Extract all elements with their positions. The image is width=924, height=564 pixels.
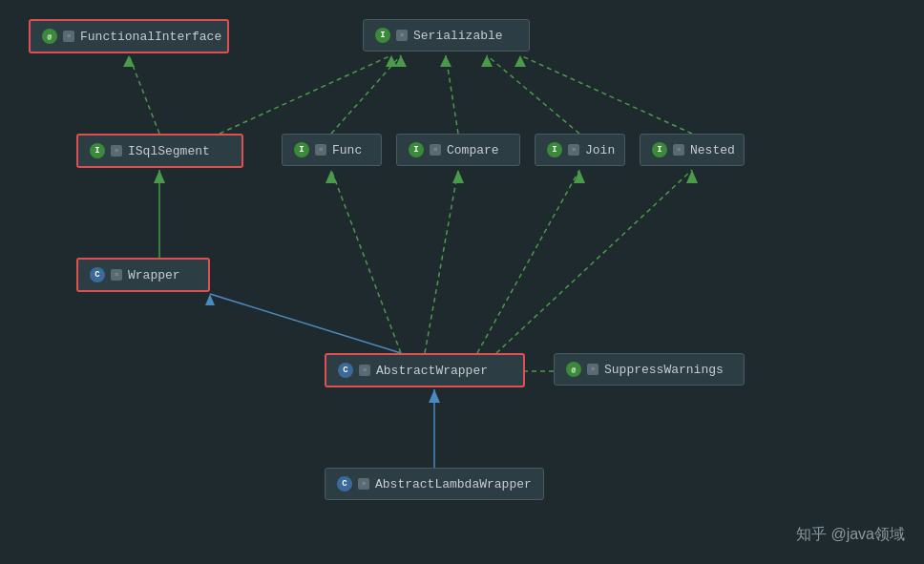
inner-icon: ≡ — [358, 478, 369, 490]
svg-marker-23 — [686, 170, 698, 183]
inner-icon: ≡ — [111, 269, 122, 281]
svg-line-0 — [129, 55, 159, 134]
svg-marker-25 — [429, 389, 440, 403]
watermark: 知乎 @java领域 — [796, 525, 905, 545]
i-icon: I — [547, 142, 562, 157]
svg-marker-3 — [386, 55, 397, 67]
node-compare: I ≡ Compare — [396, 134, 520, 166]
inner-icon: ≡ — [359, 365, 370, 376]
node-suppress-warnings: @ ≡ SuppressWarnings — [554, 353, 745, 386]
join-label: Join — [585, 143, 615, 157]
c-icon: C — [90, 267, 105, 282]
svg-marker-7 — [440, 55, 452, 67]
i-icon: I — [90, 143, 105, 158]
inner-icon: ≡ — [587, 364, 598, 375]
node-isql-segment: I ≡ ISqlSegment — [76, 134, 243, 168]
nested-label: Nested — [690, 143, 735, 157]
svg-line-20 — [477, 170, 579, 353]
wrapper-label: Wrapper — [128, 268, 180, 282]
svg-marker-15 — [205, 294, 215, 305]
abstract-lambda-wrapper-label: AbstractLambdaWrapper — [375, 477, 532, 491]
inner-icon: ≡ — [396, 30, 408, 41]
at-icon: @ — [42, 29, 57, 44]
inner-icon: ≡ — [111, 145, 122, 157]
c-icon: C — [337, 476, 352, 491]
i-icon: I — [652, 142, 667, 157]
node-join: I ≡ Join — [535, 134, 625, 166]
svg-line-18 — [425, 170, 458, 353]
at-icon: @ — [566, 362, 581, 377]
node-serializable: I ≡ Serializable — [363, 19, 530, 52]
node-nested: I ≡ Nested — [640, 134, 745, 166]
svg-marker-5 — [395, 55, 407, 67]
func-label: Func — [332, 143, 362, 157]
inner-icon: ≡ — [430, 144, 441, 156]
functional-interface-label: FunctionalInterface — [80, 30, 221, 44]
inner-icon: ≡ — [315, 144, 326, 156]
node-abstract-wrapper: C ≡ AbstractWrapper — [325, 353, 525, 387]
inner-icon: ≡ — [568, 144, 579, 156]
svg-marker-13 — [154, 170, 165, 183]
node-functional-interface: @ ≡ FunctionalInterface — [29, 19, 229, 53]
svg-line-10 — [520, 55, 692, 134]
svg-line-8 — [487, 55, 579, 134]
serializable-label: Serializable — [413, 29, 503, 43]
i-icon: I — [409, 142, 424, 157]
inner-icon: ≡ — [63, 31, 74, 42]
svg-line-16 — [331, 170, 401, 353]
i-icon: I — [375, 28, 390, 43]
i-icon: I — [294, 142, 309, 157]
svg-marker-1 — [123, 55, 135, 67]
node-func: I ≡ Func — [282, 134, 382, 166]
suppress-warnings-label: SuppressWarnings — [604, 363, 724, 377]
node-abstract-lambda-wrapper: C ≡ AbstractLambdaWrapper — [325, 468, 544, 500]
svg-line-14 — [210, 294, 401, 353]
svg-marker-17 — [326, 170, 337, 183]
compare-label: Compare — [447, 143, 499, 157]
svg-line-2 — [220, 55, 391, 134]
watermark-text: 知乎 @java领域 — [796, 526, 905, 542]
svg-marker-11 — [514, 55, 526, 67]
svg-line-6 — [446, 55, 458, 134]
c-icon: C — [338, 363, 353, 378]
svg-line-22 — [496, 170, 692, 353]
abstract-wrapper-label: AbstractWrapper — [376, 364, 488, 378]
diagram-container: @ ≡ FunctionalInterface I ≡ Serializable… — [0, 0, 924, 564]
node-wrapper: C ≡ Wrapper — [76, 258, 210, 292]
svg-line-4 — [331, 55, 401, 134]
isql-segment-label: ISqlSegment — [128, 144, 210, 158]
svg-marker-19 — [452, 170, 464, 183]
inner-icon: ≡ — [673, 144, 684, 156]
svg-marker-21 — [574, 170, 585, 183]
svg-marker-9 — [481, 55, 493, 67]
